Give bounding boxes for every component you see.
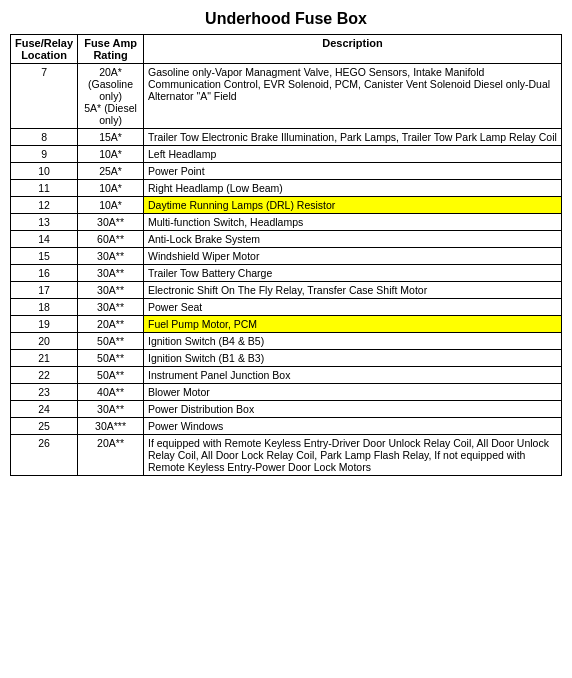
cell-rating: 50A** (78, 350, 144, 367)
cell-rating: 30A** (78, 299, 144, 316)
table-row: 1530A**Windshield Wiper Motor (11, 248, 562, 265)
cell-description: Ignition Switch (B1 & B3) (144, 350, 562, 367)
cell-location: 11 (11, 180, 78, 197)
cell-description: Trailer Tow Electronic Brake Illuminatio… (144, 129, 562, 146)
cell-location: 16 (11, 265, 78, 282)
cell-location: 15 (11, 248, 78, 265)
cell-rating: 25A* (78, 163, 144, 180)
cell-rating: 30A** (78, 401, 144, 418)
table-row: 1630A**Trailer Tow Battery Charge (11, 265, 562, 282)
cell-location: 22 (11, 367, 78, 384)
col-header-location: Fuse/RelayLocation (11, 35, 78, 64)
cell-location: 18 (11, 299, 78, 316)
cell-description: Fuel Pump Motor, PCM (144, 316, 562, 333)
table-row: 910A*Left Headlamp (11, 146, 562, 163)
cell-description: Instrument Panel Junction Box (144, 367, 562, 384)
table-row: 2050A**Ignition Switch (B4 & B5) (11, 333, 562, 350)
cell-description: Multi-function Switch, Headlamps (144, 214, 562, 231)
cell-rating: 10A* (78, 197, 144, 214)
table-row: 1210A*Daytime Running Lamps (DRL) Resist… (11, 197, 562, 214)
page-title: Underhood Fuse Box (10, 10, 562, 28)
table-row: 2530A***Power Windows (11, 418, 562, 435)
cell-description: Power Point (144, 163, 562, 180)
cell-rating: 40A** (78, 384, 144, 401)
cell-description: Left Headlamp (144, 146, 562, 163)
table-row: 1460A**Anti-Lock Brake System (11, 231, 562, 248)
table-row: 1330A**Multi-function Switch, Headlamps (11, 214, 562, 231)
cell-location: 17 (11, 282, 78, 299)
cell-rating: 30A** (78, 282, 144, 299)
cell-location: 20 (11, 333, 78, 350)
cell-description: Gasoline only-Vapor Managment Valve, HEG… (144, 64, 562, 129)
cell-description: Anti-Lock Brake System (144, 231, 562, 248)
table-row: 1920A**Fuel Pump Motor, PCM (11, 316, 562, 333)
cell-rating: 15A* (78, 129, 144, 146)
cell-location: 9 (11, 146, 78, 163)
cell-description: Power Distribution Box (144, 401, 562, 418)
table-row: 815A*Trailer Tow Electronic Brake Illumi… (11, 129, 562, 146)
cell-rating: 30A** (78, 214, 144, 231)
cell-rating: 60A** (78, 231, 144, 248)
cell-location: 7 (11, 64, 78, 129)
fuse-table: Fuse/RelayLocation Fuse AmpRating Descri… (10, 34, 562, 476)
cell-description: Windshield Wiper Motor (144, 248, 562, 265)
table-row: 2340A**Blower Motor (11, 384, 562, 401)
cell-description: Electronic Shift On The Fly Relay, Trans… (144, 282, 562, 299)
cell-description: Power Windows (144, 418, 562, 435)
cell-description: Right Headlamp (Low Beam) (144, 180, 562, 197)
table-row: 2250A**Instrument Panel Junction Box (11, 367, 562, 384)
cell-location: 8 (11, 129, 78, 146)
cell-rating: 30A*** (78, 418, 144, 435)
cell-rating: 30A** (78, 248, 144, 265)
cell-rating: 30A** (78, 265, 144, 282)
cell-description: Power Seat (144, 299, 562, 316)
cell-rating: 20A** (78, 316, 144, 333)
cell-rating: 10A* (78, 180, 144, 197)
col-header-description: Description (144, 35, 562, 64)
cell-location: 26 (11, 435, 78, 476)
cell-location: 13 (11, 214, 78, 231)
cell-rating: 20A** (78, 435, 144, 476)
cell-rating: 20A*(Gasoline only)5A* (Diesel only) (78, 64, 144, 129)
cell-location: 23 (11, 384, 78, 401)
table-row: 720A*(Gasoline only)5A* (Diesel only)Gas… (11, 64, 562, 129)
cell-description: Daytime Running Lamps (DRL) Resistor (144, 197, 562, 214)
table-row: 1830A**Power Seat (11, 299, 562, 316)
cell-description: Blower Motor (144, 384, 562, 401)
cell-location: 10 (11, 163, 78, 180)
cell-rating: 50A** (78, 367, 144, 384)
cell-location: 19 (11, 316, 78, 333)
table-row: 2620A**If equipped with Remote Keyless E… (11, 435, 562, 476)
col-header-rating: Fuse AmpRating (78, 35, 144, 64)
table-row: 1110A*Right Headlamp (Low Beam) (11, 180, 562, 197)
table-row: 1025A*Power Point (11, 163, 562, 180)
table-row: 1730A**Electronic Shift On The Fly Relay… (11, 282, 562, 299)
cell-rating: 50A** (78, 333, 144, 350)
cell-location: 24 (11, 401, 78, 418)
cell-location: 21 (11, 350, 78, 367)
cell-location: 25 (11, 418, 78, 435)
cell-description: Ignition Switch (B4 & B5) (144, 333, 562, 350)
cell-location: 12 (11, 197, 78, 214)
cell-location: 14 (11, 231, 78, 248)
cell-description: If equipped with Remote Keyless Entry-Dr… (144, 435, 562, 476)
table-row: 2150A**Ignition Switch (B1 & B3) (11, 350, 562, 367)
table-row: 2430A**Power Distribution Box (11, 401, 562, 418)
cell-rating: 10A* (78, 146, 144, 163)
cell-description: Trailer Tow Battery Charge (144, 265, 562, 282)
